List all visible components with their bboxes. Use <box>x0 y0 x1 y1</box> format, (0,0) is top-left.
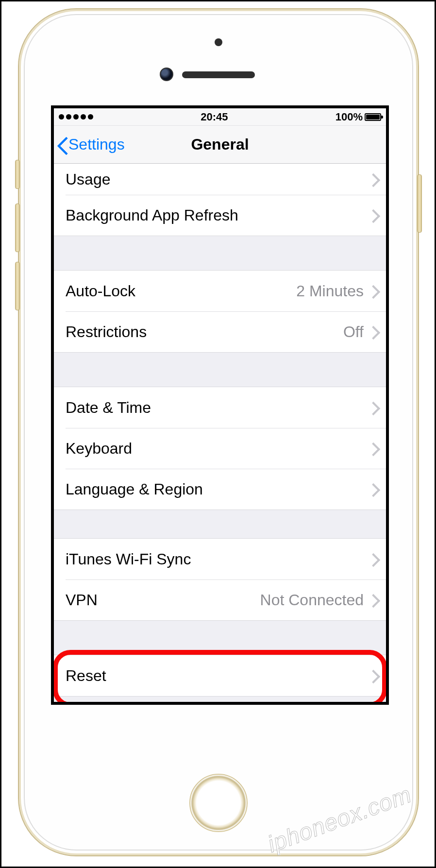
cell-date-time[interactable]: Date & Time <box>54 387 386 428</box>
front-camera <box>160 68 173 81</box>
cell-label: Auto-Lock <box>66 282 296 300</box>
cell-label: Language & Region <box>66 480 369 498</box>
cell-label: Usage <box>66 170 369 188</box>
home-button[interactable] <box>189 774 248 832</box>
status-time: 20:45 <box>93 111 335 123</box>
signal-strength-icon <box>59 114 93 119</box>
settings-group: iTunes Wi-Fi Sync VPN Not Connected <box>54 538 386 621</box>
back-button[interactable]: Settings <box>54 136 125 153</box>
chevron-right-icon <box>369 325 376 338</box>
cell-language-region[interactable]: Language & Region <box>54 469 386 510</box>
chevron-right-icon <box>369 401 376 414</box>
chevron-right-icon <box>369 285 376 297</box>
cell-label: Reset <box>66 667 369 685</box>
cell-vpn[interactable]: VPN Not Connected <box>54 579 386 620</box>
cell-auto-lock[interactable]: Auto-Lock 2 Minutes <box>54 271 386 311</box>
cell-value: 2 Minutes <box>296 282 364 300</box>
chevron-right-icon <box>369 209 376 221</box>
screen: 20:45 100% Settings General <box>51 105 389 705</box>
cell-label: Restrictions <box>66 323 343 341</box>
chevron-right-icon <box>369 669 376 682</box>
back-button-label: Settings <box>68 136 125 153</box>
settings-group: Date & Time Keyboard Language & Region <box>54 387 386 510</box>
cell-background-app-refresh[interactable]: Background App Refresh <box>54 195 386 236</box>
status-right: 100% <box>335 111 381 123</box>
chevron-right-icon <box>369 594 376 606</box>
earpiece-speaker <box>182 71 255 78</box>
power-button <box>417 174 422 233</box>
settings-group: Auto-Lock 2 Minutes Restrictions Off <box>54 270 386 353</box>
proximity-sensor <box>215 38 222 46</box>
status-bar: 20:45 100% <box>54 108 386 126</box>
cell-keyboard[interactable]: Keyboard <box>54 428 386 469</box>
battery-percentage: 100% <box>335 111 363 123</box>
cell-restrictions[interactable]: Restrictions Off <box>54 311 386 352</box>
settings-list[interactable]: Usage Background App Refresh Auto-Lock 2… <box>54 164 386 702</box>
page-frame: 20:45 100% Settings General <box>0 0 436 868</box>
volume-down-button <box>15 262 20 310</box>
chevron-left-icon <box>57 136 67 154</box>
volume-up-button <box>15 204 20 252</box>
cell-label: Background App Refresh <box>66 206 369 224</box>
cell-label: Date & Time <box>66 399 369 417</box>
cell-value: Off <box>343 323 364 341</box>
group-spacer <box>54 236 386 270</box>
chevron-right-icon <box>369 173 376 186</box>
cell-value: Not Connected <box>260 591 364 609</box>
cell-label: Keyboard <box>66 440 369 458</box>
mute-switch <box>15 160 20 189</box>
settings-group: Usage Background App Refresh <box>54 164 386 236</box>
cell-usage[interactable]: Usage <box>54 164 386 195</box>
highlight-wrap: Reset <box>54 655 386 697</box>
group-spacer <box>54 353 386 387</box>
chevron-right-icon <box>369 483 376 495</box>
chevron-right-icon <box>369 442 376 455</box>
phone-body: 20:45 100% Settings General <box>18 8 419 856</box>
chevron-right-icon <box>369 553 376 565</box>
group-spacer <box>54 510 386 538</box>
cell-reset[interactable]: Reset <box>54 655 386 696</box>
group-spacer <box>54 621 386 655</box>
cell-label: VPN <box>66 591 260 609</box>
cell-itunes-wifi-sync[interactable]: iTunes Wi-Fi Sync <box>54 539 386 579</box>
settings-group: Reset <box>54 655 386 697</box>
nav-bar: Settings General <box>54 126 386 164</box>
battery-icon <box>365 113 381 121</box>
cell-label: iTunes Wi-Fi Sync <box>66 550 369 568</box>
